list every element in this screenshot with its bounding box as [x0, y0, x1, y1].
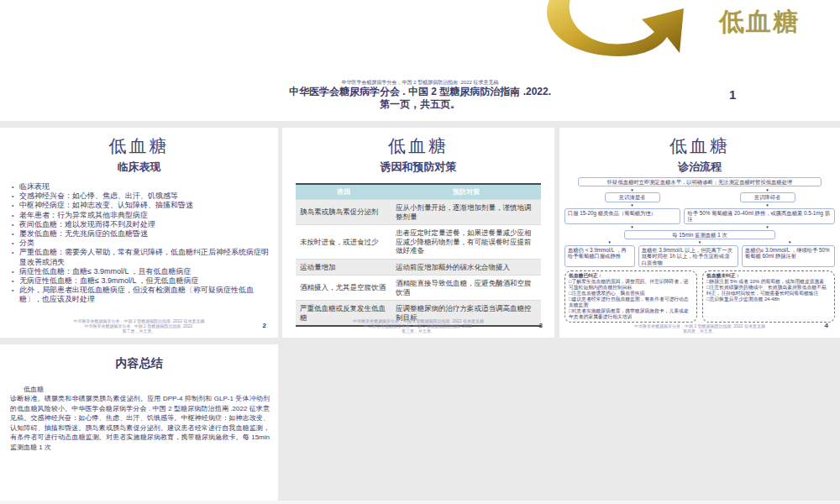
slide-clinical[interactable]: 低血糖 临床表现 临床表现 交感神经兴奋：如心悸、焦虑、出汗、饥饿感等 中枢神经…: [0, 128, 278, 338]
list-item: 中枢神经病症：如神志改变、认知障碍、抽搐和昏迷: [10, 201, 270, 210]
uncorrected-box: 低血糖未纠正： □静脉注射 5% 或者 10% 的葡萄糖，或加用糖皮质激素 □注…: [702, 270, 835, 322]
list-item: 分类: [10, 239, 270, 248]
summary-body: 诊断标准。磺脲类和非磺脲类胰岛素促泌剂。应用 DPP-4 抑制剂和 GLP-1 …: [10, 394, 270, 453]
slide-subtitle: 临床表现: [0, 160, 278, 175]
table-row: 胰岛素或胰岛素促分泌剂 应从小剂量开始，逐渐增加剂量，谨慎地调整剂量: [296, 200, 541, 225]
flow-start-row: 怀疑低血糖时立即测定血糖水平，以明确诊断；无法测定血糖时暂按低血糖处理: [564, 177, 835, 186]
slide-prevention[interactable]: 低血糖 诱因和预防对策 诱因 预防对策 胰岛素或胰岛素促分泌剂 应从小剂量开始，…: [282, 128, 554, 338]
flow-branch-row: 意识清楚者 意识障碍者: [564, 192, 835, 202]
cell-action: 应从小剂量开始，逐渐增加剂量，谨慎地调整剂量: [391, 200, 541, 225]
list-item: 屡发低血糖：无先兆病症的低血糖昏迷: [10, 229, 270, 239]
flowchart: 怀疑低血糖时立即测定血糖水平，以明确诊断；无法测定血糖时暂按低血糖处理 意识清楚…: [564, 177, 835, 323]
checkbox-item: □了解发生低血糖的原因，调整用药。伴意识障碍者，还可放松短期内的血糖控制目标: [569, 279, 693, 291]
flow-start-box: 怀疑低血糖时立即测定血糖水平，以明确诊断；无法测定血糖时暂按低血糖处理: [578, 177, 822, 186]
gold-ribbon-logo: [528, 0, 700, 66]
flow-arrows: [564, 202, 835, 208]
doc-citation-line: 中华医学会糖尿病学分会 . 中国 2 型糖尿病防治指南 .2022.: [0, 86, 840, 98]
cell-cause: 运动量增加: [296, 259, 391, 276]
flow-followup-row: 低血糖已纠正： □了解发生低血糖的原因，调整用药。伴意识障碍者，还可放松短期内的…: [564, 270, 835, 322]
slide-footer: 中华医学会糖尿病学分会，中国 2 型糖尿病防治指南 .2022 征求意见稿 中华…: [282, 318, 554, 333]
corrected-box: 低血糖已纠正： □了解发生低血糖的原因，调整用药。伴意识障碍者，还可放松短期内的…: [564, 270, 697, 322]
flow-action-row: 口服 15-20g 糖类食品（葡萄糖为佳） 给予 50% 葡萄糖液 20-40m…: [564, 208, 835, 224]
list-item: 交感神经兴奋：如心悸、焦虑、出汗、饥饿感等: [10, 192, 270, 201]
slide-subtitle: 诱因和预防对策: [282, 160, 554, 175]
list-item: 夜间低血糖：难以发现而得不到及时处理: [10, 220, 270, 229]
flow-outcome-row: 血糖仍 < 3.9mmol/L ，再给予葡萄糖口服或静推 血糖在 3.9mmol…: [564, 245, 835, 267]
document-meta: 中华医学会糖尿病学分会，中国 2 型糖尿病防治指南 .2022 征求意见稿 中华…: [0, 79, 840, 111]
checkbox-item: □建议患者经常进行自我血糖监测，有条件者可进行动态血糖监测: [569, 297, 693, 308]
column-header: 预防对策: [391, 184, 541, 200]
slide-title: 低血糖: [559, 134, 840, 158]
document-preview: 低血糖 中华医学会糖尿病学分会，中国 2 型糖尿病防治指南 .2022 征求意见…: [0, 0, 840, 504]
slide-process[interactable]: 低血糖 诊治流程 怀疑低血糖时立即测定血糖水平，以明确诊断；无法测定血糖时暂按低…: [559, 128, 840, 338]
cell-action: 酒精能直接导致低血糖，应避免酗酒和空腹饮酒: [391, 276, 541, 301]
table-header-row: 诱因 预防对策: [296, 184, 541, 200]
page-number: 1: [729, 87, 736, 102]
list-item: 无病症性低血糖：血糖≤ 3.9mmol/L ，但无低血糖病症: [10, 276, 270, 286]
flow-arrows: [564, 224, 835, 230]
flow-outcome-high: 血糖仍≤ 3.0mmol/L ，继续给予 50% 葡萄糖 60ml 静脉注射: [742, 245, 835, 267]
flow-action-iv: 给予 50% 葡萄糖液 20-40ml 静推，或胰高血糖素 0.5-1mg 肌注: [684, 208, 835, 224]
logo-caption: 低血糖: [719, 5, 800, 39]
footer-page-line: 第二页，共五页。: [0, 328, 278, 333]
flow-action-oral: 口服 15-20g 糖类食品（葡萄糖为佳）: [564, 208, 680, 224]
summary-lead: 低血糖: [10, 385, 268, 394]
list-item: 病症性低血糖：血糖≤ 3.9mmol/L ，且有低血糖病症: [10, 267, 270, 276]
footer-page-line: 第四页，共五页。: [559, 328, 840, 333]
doc-source-line: 中华医学会糖尿病学分会，中国 2 型糖尿病防治指南 .2022 征求意见稿: [0, 79, 840, 86]
arrow-down-icon: [564, 223, 700, 230]
cell-cause: 胰岛素或胰岛素促分泌剂: [296, 200, 391, 225]
checkbox-item: □意识恢复后至少监测血糖 24-48h: [706, 297, 831, 302]
list-item: 严重低血糖：需要旁人帮助，常有意识障碍，低血糖纠正后神经系统病症明显改善或消失: [10, 248, 270, 266]
checkbox-item: □对患者实施糖尿病教育，携带糖尿病急救卡，儿童或老年患者的家属要进行相关培训: [569, 308, 693, 320]
flow-arrows: [564, 186, 835, 192]
flow-branch-impaired: 意识障碍者: [740, 192, 795, 202]
slide-title: 低血糖: [282, 134, 554, 158]
slide-footer: 中华医学会糖尿病学分会，中国 2 型糖尿病防治指南 .2022 征求意见稿 第四…: [559, 323, 840, 333]
cell-cause: 未按时进食，或进食过少: [296, 225, 391, 260]
slide-footer: 中华医学会糖尿病学分会，中国 2 型糖尿病防治指南 .2022 征求意见稿 中华…: [0, 318, 278, 333]
prevention-table: 诱因 预防对策 胰岛素或胰岛素促分泌剂 应从小剂量开始，逐渐增加剂量，谨慎地调整…: [296, 183, 541, 327]
cell-cause: 酒精摄入，尤其是空腹饮酒: [296, 276, 391, 301]
footer-page-line: 第三页，共五页。: [282, 328, 554, 333]
arrow-down-icon: [700, 223, 835, 230]
flow-outcome-mid: 血糖在 3.9mmol/L 以上，但距离下一次就餐时间在 1h 以上，给予含淀粉…: [638, 245, 738, 267]
slide-title: 低血糖: [0, 134, 278, 158]
flow-monitor-row: 每 15min 监测血糖 1 次: [564, 230, 835, 239]
cell-action: 患者应定时定量进餐，如果进餐量减少应相应减少降糖药物剂量，有可能误餐时应提前做好…: [391, 225, 541, 260]
table-row: 酒精摄入，尤其是空腹饮酒 酒精能直接导致低血糖，应避免酗酒和空腹饮酒: [296, 276, 541, 301]
slide-summary[interactable]: 内容总结 低血糖 诊断标准。磺脲类和非磺脲类胰岛素促泌剂。应用 DPP-4 抑制…: [0, 344, 278, 504]
checkbox-item: □注意低血糖诱发的心、脑血管疾病: [569, 291, 693, 297]
slide-subtitle: 诊治流程: [559, 160, 840, 175]
list-item: 老年患者：行为异常或其他非典型病症: [10, 211, 270, 220]
slide-page-number: 3: [539, 322, 543, 329]
bullet-list: 临床表现 交感神经兴奋：如心悸、焦虑、出汗、饥饿感等 中枢神经病症：如神志改变、…: [10, 182, 270, 305]
slide-page-number: 2: [263, 322, 266, 329]
page-header: 低血糖 中华医学会糖尿病学分会，中国 2 型糖尿病防治指南 .2022 征求意见…: [0, 0, 840, 121]
flow-outcome-low: 血糖仍 < 3.9mmol/L ，再给予葡萄糖口服或静推: [564, 245, 635, 267]
flow-arrows: [564, 239, 835, 245]
doc-page-indicator: 第一页，共五页。: [0, 98, 840, 111]
list-item: 临床表现: [10, 182, 270, 192]
next-page-edge: [0, 501, 840, 504]
cell-action: 运动前应增加额外的碳水化合物摄入: [391, 259, 541, 276]
table-row: 未按时进食，或进食过少 患者应定时定量进餐，如果进餐量减少应相应减少降糖药物剂量…: [296, 225, 541, 260]
list-item: 此外，局部患者出现低血糖病症，但没有检测血糖〔称可疑病症性低血糖〕，也应该及时处…: [10, 286, 270, 304]
slide-page-number: 4: [825, 322, 828, 329]
column-header: 诱因: [296, 184, 391, 200]
table-row: 运动量增加 运动前应增加额外的碳水化合物摄入: [296, 259, 541, 276]
checkbox-item: □注意长效磺脲类药物或中、长效胰岛素所致低血糖不易纠正，且持续时间较长，可能需要…: [706, 285, 831, 297]
flow-branch-conscious: 意识清楚者: [605, 192, 660, 202]
flow-monitor-box: 每 15min 监测血糖 1 次: [624, 230, 775, 239]
slide-title: 内容总结: [0, 356, 278, 371]
